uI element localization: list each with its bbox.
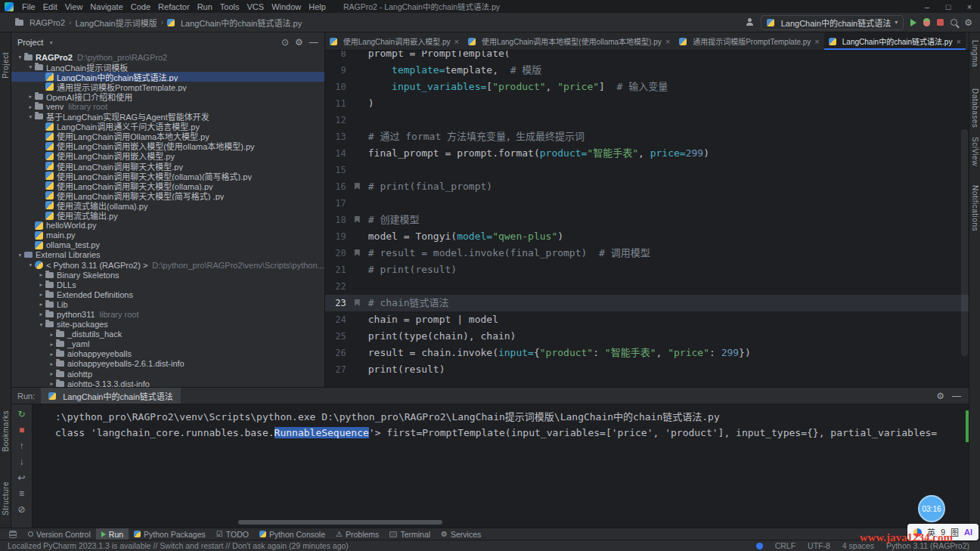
chevron-right-icon[interactable]: ▸ [48,351,56,358]
fold-gutter[interactable] [351,262,368,278]
minimize-button[interactable]: – [916,2,938,11]
toolwindow-run[interactable]: Run [96,528,129,540]
fold-gutter[interactable] [351,361,368,378]
toolstripe-sciview[interactable]: SciView [971,137,979,166]
select-opened-file-icon[interactable]: ⊙ [281,38,289,47]
hide-panel-icon[interactable]: — [309,38,318,47]
stop-button[interactable]: ■ [19,425,24,435]
line-number[interactable]: 11 [325,95,351,112]
soft-wrap-button[interactable]: ↩ [17,472,25,483]
tree-item[interactable]: ▾RAGPro2D:\python_pro\RAGPro2 [11,52,324,62]
rerun-button[interactable]: ↻ [17,409,25,419]
editor-tab[interactable]: LangChain中的chain链式语法.py× [824,33,966,50]
fold-gutter[interactable] [351,178,368,195]
chevron-right-icon[interactable]: ▸ [26,104,35,110]
toolstripe-structure[interactable]: Structure [2,481,10,515]
debug-button[interactable] [923,18,930,26]
tree-item[interactable]: ▾External Libraries [11,250,324,260]
tree-item[interactable]: ▸aiohttp [11,369,324,379]
tree-item[interactable]: ▸aiohappyeyeballs-2.6.1.dist-info [11,359,324,369]
tree-item[interactable]: 使用LangChain调用聊天大模型(ollama).py [11,181,324,190]
chevron-right-icon[interactable]: ▸ [48,331,56,338]
fold-gutter[interactable] [351,128,368,145]
settings-gear-icon[interactable]: ⚙ [295,38,303,47]
settings-gear-icon[interactable]: ⚙ [964,18,972,27]
fold-gutter[interactable] [351,212,368,228]
line-number[interactable]: 21 [325,262,351,278]
chevron-down-icon[interactable]: ▾ [47,39,55,46]
line-number[interactable]: 12 [325,112,351,128]
tree-item[interactable]: ▸OpenAI接口介绍和使用 [11,91,324,101]
toolwindow-python-packages[interactable]: Python Packages [129,528,211,540]
chevron-right-icon[interactable]: ▸ [48,341,56,348]
tree-item[interactable]: 使用LangChain调用聊天大模型.py [11,161,324,171]
line-number[interactable]: 14 [325,145,351,162]
toolwindow-problems[interactable]: ⚠Problems [330,528,384,540]
console-hscrollbar[interactable] [238,520,442,525]
breadcrumb-item[interactable]: LangChain中的chain链式语法.py [167,17,302,29]
fold-gutter[interactable] [351,145,368,162]
event-indicator-icon[interactable] [756,543,763,549]
stop-button[interactable] [937,19,944,26]
menu-file[interactable]: File [18,2,39,11]
tree-item[interactable]: LangChain调用通义千问大语言模型.py [11,122,324,132]
breadcrumb-item[interactable]: LangChain提示词模版 [75,17,157,29]
status-crlf[interactable]: CRLF [775,541,795,550]
line-number[interactable]: 23 [325,295,351,311]
menu-run[interactable]: Run [194,2,216,11]
tree-item[interactable]: 使用流式输出.py [11,211,324,221]
chevron-right-icon[interactable]: ▸ [48,370,56,377]
toolstripe-project[interactable]: Project [2,52,10,79]
chevron-down-icon[interactable]: ▾ [26,63,35,70]
fold-gutter[interactable] [351,345,368,361]
scroll-down-button[interactable]: ↓ [20,457,24,467]
tree-item[interactable]: ▾< Python 3.11 (RAGPro2) >D:\python_pro\… [11,260,324,270]
tree-item[interactable]: ▸DLLs [11,280,324,289]
fold-gutter[interactable] [351,79,368,95]
scroll-up-button[interactable]: ↑ [20,441,24,451]
tree-item[interactable]: ▾LangChain提示词模板 [11,62,324,72]
line-number[interactable]: 22 [325,278,351,295]
toolwindow-python-console[interactable]: Python Console [254,528,330,540]
line-number[interactable]: 9 [325,62,351,79]
menu-vcs[interactable]: VCS [243,2,268,11]
close-icon[interactable]: × [454,37,458,46]
run-tab[interactable]: LangChain中的chain链式语法 [41,388,181,404]
settings-gear-icon[interactable]: ⚙ [936,392,944,401]
fold-gutter[interactable] [351,295,368,311]
close-icon[interactable]: × [814,37,819,46]
toolstripe-notifications[interactable]: Notifications [971,185,979,231]
search-everywhere-icon[interactable] [951,19,957,26]
editor-tab[interactable]: 使用LangChain调用本地模型(使用ollama本地模型).py× [464,33,675,50]
breadcrumb-item[interactable]: RAGPro2 [15,18,65,27]
line-number[interactable]: 25 [325,328,351,345]
tree-item[interactable]: ▸python311library root [11,309,324,319]
chevron-right-icon[interactable]: ▸ [37,301,45,308]
restore-layout-button[interactable]: ≡ [19,488,24,499]
tree-item[interactable]: 使用LangChain调用Ollama本地大模型.py [11,132,324,141]
chevron-right-icon[interactable]: ▸ [37,291,45,298]
fold-gutter[interactable] [351,311,368,328]
fold-gutter[interactable] [351,112,368,128]
chevron-right-icon[interactable]: ▸ [48,380,56,387]
status-utf-8[interactable]: UTF-8 [808,541,830,550]
menu-navigate[interactable]: Navigate [86,2,126,11]
tree-item[interactable]: ▸venvlibrary root [11,101,324,111]
line-number[interactable]: 13 [325,128,351,145]
fold-gutter[interactable] [351,278,368,295]
close-icon[interactable]: × [665,37,670,46]
line-number[interactable]: 27 [325,361,351,378]
tree-item[interactable]: 使用LangChain调用聊天大模型(简写格式) .py [11,190,324,200]
menu-refactor[interactable]: Refactor [154,2,194,11]
fold-gutter[interactable] [351,245,368,262]
menu-view[interactable]: View [61,2,87,11]
tree-item[interactable]: LangChain中的chain链式语法.py [11,72,324,82]
fold-gutter[interactable] [351,228,368,245]
maximize-button[interactable]: □ [938,2,959,11]
toolstripe-bookmarks[interactable]: Bookmarks [2,410,10,452]
toolstripe-lingma[interactable]: Lingma [971,40,979,67]
chevron-down-icon[interactable]: ▾ [26,113,35,120]
chevron-down-icon[interactable]: ▾ [16,54,24,60]
chevron-right-icon[interactable]: ▸ [37,281,45,288]
tree-item[interactable]: main.py [11,231,324,240]
